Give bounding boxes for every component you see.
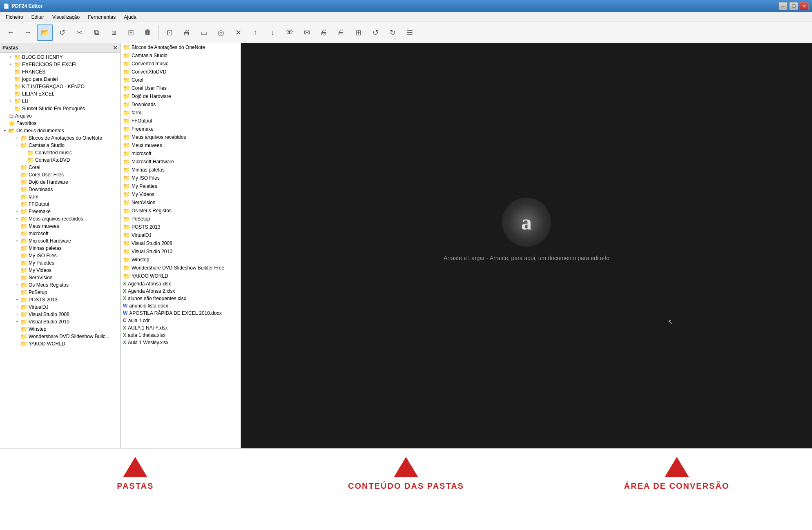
tree-item[interactable]: 📁 farm <box>1 193 119 200</box>
grid2-button[interactable]: ⊞ <box>350 24 366 41</box>
cross-button[interactable]: ✕ <box>230 24 246 41</box>
content-file-item[interactable]: X aula 1 thaisa.xlsx <box>120 332 241 339</box>
content-file-item[interactable]: X Aula 1 Wesley.xlsx <box>120 339 241 346</box>
content-folder-item[interactable]: 📁 farm <box>120 109 241 117</box>
tree-item[interactable]: + 📁 Meus arquivos recebidos <box>1 215 119 223</box>
tree-item[interactable]: 📁 YAKOO WORLD <box>1 340 119 347</box>
grid-button[interactable]: ⊞ <box>123 24 139 41</box>
tree-item[interactable]: 📁 ConvertXtoDVD <box>1 156 119 164</box>
tree-item[interactable]: 📁 Meus muvees <box>1 223 119 230</box>
delete-button[interactable]: 🗑 <box>140 24 156 41</box>
content-folder-item[interactable]: 📁 Winstep <box>120 256 241 264</box>
content-file-item[interactable]: X Agenda Afonsa.xlsx <box>120 280 241 287</box>
tree-item[interactable]: + 📁 Freemake <box>1 208 119 215</box>
tree-item[interactable]: 📁 My Videos <box>1 267 119 274</box>
tree-item[interactable]: + 📁 Os Meus Registos <box>1 281 119 289</box>
content-file-item[interactable]: W anuncio lista.docx <box>120 302 241 310</box>
close-button[interactable]: ✕ <box>800 2 809 10</box>
tree-item[interactable]: 📁 microsoft <box>1 230 119 237</box>
menu-ajuda[interactable]: Ajuda <box>120 13 141 21</box>
maximize-button[interactable]: ❐ <box>789 2 798 10</box>
open-button[interactable]: 📂 <box>37 24 53 41</box>
tree-item[interactable]: + 📁 Camtasia Studio <box>1 142 119 149</box>
menu-visualizacao[interactable]: Visualização <box>48 13 84 21</box>
tree-item[interactable]: + 📁 Microsoft Hardware <box>1 237 119 245</box>
expand-icon[interactable]: + <box>14 320 20 324</box>
paste-button[interactable]: ⧇ <box>105 24 122 41</box>
tree-item[interactable]: + 📁 POSTS 2013 <box>1 296 119 303</box>
tree-item[interactable]: 📁 Corel <box>1 164 119 171</box>
content-folder-downloads[interactable]: 📁 Downloads <box>120 100 241 109</box>
expand-icon[interactable]: ▼ <box>2 129 8 133</box>
content-folder-item[interactable]: 📁 VirtualDJ <box>120 231 241 239</box>
view-button[interactable]: 👁 <box>281 24 298 41</box>
save-button[interactable]: ⊡ <box>161 24 178 41</box>
tree-item[interactable]: 📁 Wondershare DVD Slideshow Builc... <box>1 333 119 340</box>
minimize-button[interactable]: — <box>779 2 787 10</box>
content-folder-item[interactable]: 📁 My Palettes <box>120 182 241 190</box>
content-folder-item[interactable]: 📁 microsoft <box>120 149 241 158</box>
tree-item[interactable]: + 📁 VirtualDJ <box>1 303 119 311</box>
content-folder-item[interactable]: 📁 Wondershare DVD Slideshow Builder Free <box>120 264 241 272</box>
menu-editar[interactable]: Editar <box>27 13 48 21</box>
back-button[interactable]: ← <box>2 24 19 41</box>
email-button[interactable]: ✉ <box>299 24 315 41</box>
tree-item-meus-docs[interactable]: ▼ 📂 Os meus documentos <box>1 127 119 134</box>
content-file-item[interactable]: C aula 1.cdr <box>120 317 241 324</box>
print3-button[interactable]: 🖨 <box>333 24 349 41</box>
content-folder-item[interactable]: 📁 Camtasia Studio <box>120 51 241 60</box>
content-file-item[interactable]: X Agenda Afonsa 2.xlsx <box>120 287 241 295</box>
copy-button[interactable]: ⧉ <box>88 24 105 41</box>
tree-item-downloads[interactable]: 📁 Downloads <box>1 186 119 193</box>
tree-item-my-iso[interactable]: 📁 My ISO Files <box>1 252 119 259</box>
tree-item[interactable]: + 📁 Visual Studio 2008 <box>1 311 119 318</box>
cut-button[interactable]: ✂ <box>71 24 87 41</box>
tree-item[interactable]: 📁 FRANCÊS <box>1 68 119 76</box>
middle-panel[interactable]: 📁 Blocos de Anotações do OneNote 📁 Camta… <box>120 43 241 448</box>
expand-icon[interactable]: + <box>14 305 20 309</box>
tree-item-arquivo[interactable]: 🗂 Arquivo <box>1 112 119 120</box>
print-button[interactable]: 🖨 <box>178 24 195 41</box>
tree-item[interactable]: + 📁 Visual Studio 2010 <box>1 318 119 325</box>
tree-item[interactable]: 📁 PcSetup <box>1 289 119 296</box>
content-folder-item[interactable]: 📁 Visual Studio 2008 <box>120 239 241 247</box>
expand-icon[interactable]: + <box>14 136 20 140</box>
content-folder-item[interactable]: 📁 Meus muvees <box>120 141 241 149</box>
content-folder-item[interactable]: 📁 Dojô de Hardware <box>120 92 241 100</box>
tree-item[interactable]: + 📁 BLOG DO HENRY <box>1 53 119 61</box>
expand-icon[interactable]: + <box>14 217 20 221</box>
expand-icon[interactable]: + <box>14 312 20 316</box>
content-folder-item[interactable]: 📁 Corel User Files <box>120 84 241 92</box>
tree-item[interactable]: 📁 FFOutput <box>1 200 119 208</box>
expand-icon[interactable]: + <box>7 99 14 103</box>
expand-icon[interactable]: + <box>14 283 20 287</box>
tree-item[interactable]: 📁 My Palettes <box>1 259 119 267</box>
content-file-item[interactable]: X alunos não frequentes.xlsx <box>120 295 241 302</box>
tree-item[interactable]: + 📁 LU <box>1 98 119 105</box>
content-folder-item[interactable]: 📁 Minhas paletas <box>120 166 241 174</box>
tree-item[interactable]: 📁 Corel User Files <box>1 171 119 178</box>
tree-view[interactable]: + 📁 BLOG DO HENRY + 📁 EXERCÍCIOS DE EXCE… <box>0 53 120 448</box>
tree-item[interactable]: + 📁 EXERCÍCIOS DE EXCEL <box>1 61 119 68</box>
expand-icon[interactable]: + <box>14 298 20 302</box>
expand-icon[interactable]: + <box>7 55 14 59</box>
content-folder-item[interactable]: 📁 Visual Studio 2010 <box>120 247 241 256</box>
content-folder-item[interactable]: 📁 NeroVision <box>120 198 241 207</box>
content-folder-item[interactable]: 📁 Blocos de Anotações do OneNote <box>120 43 241 51</box>
tree-item-converted-music[interactable]: 📁 Converted music <box>1 149 119 156</box>
content-folder-item[interactable]: 📁 Os Meus Registos <box>120 207 241 215</box>
settings-button[interactable]: ☰ <box>402 24 418 41</box>
content-folder-item[interactable]: 📁 Freemake <box>120 125 241 133</box>
tree-item[interactable]: 📁 Dojô de Hardware <box>1 178 119 186</box>
content-folder-item[interactable]: 📁 YAKOO WORLD <box>120 272 241 280</box>
expand-icon[interactable]: + <box>14 143 20 147</box>
tree-item-favoritos[interactable]: ⭐ Favoritos <box>1 120 119 127</box>
tree-item[interactable]: 📁 Minhas paletas <box>1 245 119 252</box>
content-file-item[interactable]: W APOSTILA RÁPIDA DE EXCEL 2010.docx <box>120 310 241 317</box>
print2-button[interactable]: 🖨 <box>316 24 332 41</box>
content-folder-item[interactable]: 📁 ConvertXtoDVD <box>120 68 241 76</box>
expand-icon[interactable]: + <box>14 239 20 243</box>
rect-button[interactable]: ▭ <box>196 24 212 41</box>
expand-icon[interactable]: + <box>14 209 20 214</box>
content-file-item[interactable]: X AULA 1 NATY.xlsx <box>120 324 241 332</box>
